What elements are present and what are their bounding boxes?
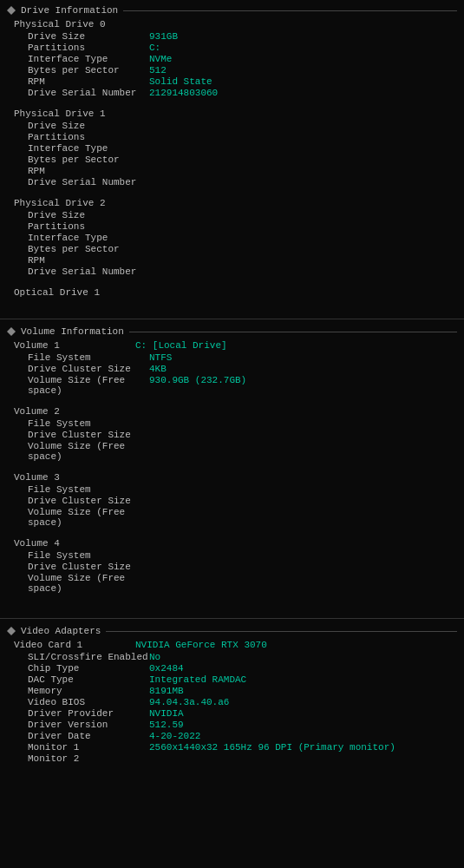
drive-2-row-serial: Drive Serial Number [7, 266, 457, 277]
volume-4-row-size: Volume Size (Free space) [7, 573, 457, 594]
volume-3-label-fs: File System [28, 484, 149, 495]
drive-2-row-drivesize: Drive Size [7, 210, 457, 220]
separator-2 [0, 618, 464, 619]
drive-1-title: Physical Drive 1 [7, 108, 457, 119]
volume-1-label-fs: File System [28, 352, 149, 363]
video-section-content: Video Card 1 NVIDIA GeForce RTX 3070 SLI… [0, 640, 464, 774]
drive-item-1: Physical Drive 1 Drive Size Partitions I… [7, 108, 457, 187]
video-row-bios: Video BIOS 94.04.3a.40.a6 [7, 697, 457, 707]
drive-0-label-partitions: Partitions [28, 43, 149, 53]
volume-item-1: Volume 1 C: [Local Drive] File System NT… [7, 340, 457, 396]
volume-section: Volume Information Volume 1 C: [Local Dr… [0, 321, 464, 611]
volume-4-row-fs: File System [7, 550, 457, 561]
volume-3-row-cluster: Drive Cluster Size [7, 496, 457, 506]
video-card-1-name-value: NVIDIA GeForce RTX 3070 [135, 640, 267, 650]
video-row-date: Driver Date 4-20-2022 [7, 731, 457, 741]
video-label-provider: Driver Provider [28, 708, 149, 719]
video-value-dac: Integrated RAMDAC [149, 674, 246, 685]
drive-2-row-partitions: Partitions [7, 221, 457, 232]
drive-1-label-serial: Drive Serial Number [28, 177, 149, 187]
video-section-icon [7, 627, 16, 635]
drive-0-value-partitions: C: [149, 43, 160, 53]
video-section-header: Video Adapters [0, 621, 464, 640]
drive-0-row-serial: Drive Serial Number 212914803060 [7, 88, 457, 98]
drive-0-value-rpm: Solid State [149, 76, 212, 87]
video-value-version: 512.59 [149, 720, 184, 730]
video-row-version: Driver Version 512.59 [7, 720, 457, 730]
volume-4-label-fs: File System [28, 550, 149, 561]
video-section-title: Video Adapters [21, 626, 101, 636]
drive-section-title: Drive Information [21, 5, 118, 16]
drive-section-icon [7, 6, 16, 15]
video-value-date: 4-20-2022 [149, 731, 200, 741]
video-value-monitor1: 2560x1440x32 165Hz 96 DPI (Primary monit… [149, 742, 395, 753]
volume-1-label-size: Volume Size (Free space) [28, 375, 149, 396]
video-section-line [106, 631, 457, 632]
app-container: Drive Information Physical Drive 0 Drive… [0, 0, 464, 774]
video-label-memory: Memory [28, 686, 149, 696]
video-row-sli: SLI/Crossfire Enabled No [7, 652, 457, 662]
video-row-memory: Memory 8191MB [7, 686, 457, 696]
svg-marker-2 [7, 627, 16, 635]
volume-section-content: Volume 1 C: [Local Drive] File System NT… [0, 340, 464, 611]
volume-item-3: Volume 3 File System Drive Cluster Size … [7, 472, 457, 528]
drive-section: Drive Information Physical Drive 0 Drive… [0, 0, 464, 312]
drive-2-label-bps: Bytes per Sector [28, 244, 149, 254]
drive-0-label-bps: Bytes per Sector [28, 65, 149, 76]
drive-0-title: Physical Drive 0 [7, 19, 457, 30]
drive-2-row-bps: Bytes per Sector [7, 244, 457, 254]
video-label-sli: SLI/Crossfire Enabled [28, 652, 149, 662]
drive-2-label-interface: Interface Type [28, 233, 149, 243]
volume-1-name-value: C: [Local Drive] [135, 340, 227, 351]
drive-0-label-drivesize: Drive Size [28, 31, 149, 42]
drive-section-header: Drive Information [0, 0, 464, 19]
drive-0-row-interface: Interface Type NVMe [7, 54, 457, 64]
volume-2-row-size: Volume Size (Free space) [7, 441, 457, 462]
volume-2-label-cluster: Drive Cluster Size [28, 430, 149, 440]
video-value-memory: 8191MB [149, 686, 184, 696]
drive-item-2: Physical Drive 2 Drive Size Partitions I… [7, 198, 457, 277]
video-label-bios: Video BIOS [28, 697, 149, 707]
video-card-1-title: Video Card 1 [14, 640, 135, 650]
volume-item-4: Volume 4 File System Drive Cluster Size … [7, 538, 457, 594]
volume-section-icon [7, 327, 16, 336]
video-section: Video Adapters Video Card 1 NVIDIA GeFor… [0, 621, 464, 774]
drive-1-label-drivesize: Drive Size [28, 121, 149, 131]
volume-3-row-fs: File System [7, 484, 457, 495]
video-label-version: Driver Version [28, 720, 149, 730]
drive-2-title: Physical Drive 2 [7, 198, 457, 208]
video-row-provider: Driver Provider NVIDIA [7, 708, 457, 719]
drive-2-label-drivesize: Drive Size [28, 210, 149, 220]
drive-1-label-partitions: Partitions [28, 132, 149, 142]
drive-2-label-rpm: RPM [28, 255, 149, 266]
drive-0-row-partitions: Partitions C: [7, 43, 457, 53]
drive-1-label-rpm: RPM [28, 166, 149, 176]
drive-2-row-rpm: RPM [7, 255, 457, 266]
volume-1-title: Volume 1 [14, 340, 135, 351]
volume-2-row-cluster: Drive Cluster Size [7, 430, 457, 440]
video-label-date: Driver Date [28, 731, 149, 741]
drive-1-label-interface: Interface Type [28, 143, 149, 154]
drive-2-label-partitions: Partitions [28, 221, 149, 232]
volume-section-title: Volume Information [21, 326, 124, 337]
volume-item-2: Volume 2 File System Drive Cluster Size … [7, 406, 457, 462]
volume-1-label-cluster: Drive Cluster Size [28, 364, 149, 374]
volume-2-label-fs: File System [28, 418, 149, 429]
video-label-chip: Chip Type [28, 663, 149, 674]
volume-3-title: Volume 3 [7, 472, 457, 483]
volume-2-label-size: Volume Size (Free space) [28, 441, 149, 462]
drive-1-row-partitions: Partitions [7, 132, 457, 142]
drive-0-row-rpm: RPM Solid State [7, 76, 457, 87]
drive-0-row-bps: Bytes per Sector 512 [7, 65, 457, 76]
volume-2-row-fs: File System [7, 418, 457, 429]
video-row-monitor1: Monitor 1 2560x1440x32 165Hz 96 DPI (Pri… [7, 742, 457, 753]
video-value-provider: NVIDIA [149, 708, 184, 719]
video-row-chip: Chip Type 0x2484 [7, 663, 457, 674]
volume-3-row-size: Volume Size (Free space) [7, 507, 457, 528]
drive-0-value-bps: 512 [149, 65, 167, 76]
video-row-dac: DAC Type Integrated RAMDAC [7, 674, 457, 685]
separator-1 [0, 319, 464, 319]
volume-section-line [129, 332, 457, 332]
drive-0-value-serial: 212914803060 [149, 88, 218, 98]
svg-marker-1 [7, 327, 16, 336]
